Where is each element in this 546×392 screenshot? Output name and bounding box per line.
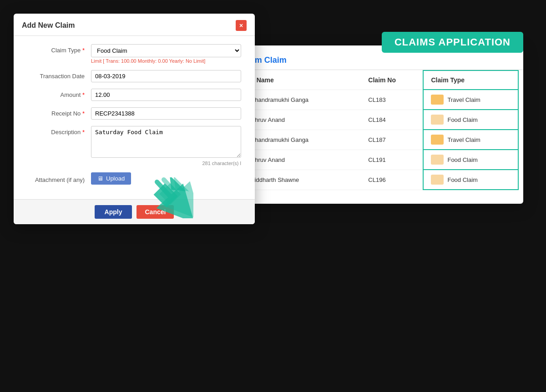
claim-type-label: Food Claim — [447, 116, 477, 123]
char-count: 281 character(s) l — [91, 161, 241, 166]
apply-button[interactable]: Apply — [95, 205, 132, 219]
claim-type-label: Travel Claim — [447, 136, 480, 143]
table-row: [Sample] Siddharth ShawneCL196Food Claim — [218, 170, 518, 190]
description-row: Description * Saturday Food Claim 281 ch… — [27, 126, 241, 166]
claim-type-cell: Food Claim — [423, 150, 518, 170]
attachment-label: Attachment (if any) — [27, 174, 91, 183]
amount-input[interactable] — [91, 89, 241, 101]
claim-number: CL183 — [361, 90, 423, 110]
add-new-claim-modal: Add New Claim × Claim Type * Food Claim … — [14, 14, 255, 224]
table-row: [Sample] Dhruv AnandCL184Food Claim — [218, 110, 518, 130]
arrow-indicator — [152, 177, 193, 218]
claim-type-label: Food Claim — [447, 156, 477, 163]
claim-type-row: Claim Type * Food Claim Limit [ Trans: 1… — [27, 44, 241, 64]
col-header-claimno: Claim No — [361, 70, 423, 90]
table-row: [Sample] Dhruv AnandCL191Food Claim — [218, 150, 518, 170]
description-label: Description * — [27, 126, 91, 136]
claim-type-cell: Food Claim — [423, 170, 518, 190]
limit-hint: Limit [ Trans: 100.00 Monthly: 0.00 Year… — [91, 58, 241, 64]
food-badge-icon — [431, 115, 444, 125]
claims-table: Applicant Name Claim No Claim Type [Samp… — [218, 70, 519, 190]
modal-title: Add New Claim — [22, 21, 75, 30]
claim-number: CL191 — [361, 150, 423, 170]
transaction-date-row: Transaction Date — [27, 70, 241, 82]
upload-button[interactable]: 🖥 Upload — [91, 172, 131, 185]
claim-number: CL187 — [361, 130, 423, 150]
receipt-no-input[interactable] — [91, 107, 241, 120]
claims-table-wrap: Applicant Name Claim No Claim Type [Samp… — [214, 70, 523, 190]
claim-type-cell: Travel Claim — [423, 130, 518, 150]
claim-number: CL184 — [361, 110, 423, 130]
modal-body: Claim Type * Food Claim Limit [ Trans: 1… — [14, 36, 255, 199]
amount-label: Amount * — [27, 89, 91, 98]
food-badge-icon — [431, 155, 444, 165]
modal-header: Add New Claim × — [14, 14, 255, 36]
modal-close-button[interactable]: × — [236, 20, 247, 31]
travel-badge-icon — [431, 135, 444, 145]
receipt-no-label: Receipt No * — [27, 107, 91, 117]
amount-row: Amount * — [27, 89, 241, 101]
upload-icon: 🖥 — [97, 175, 103, 182]
description-textarea[interactable]: Saturday Food Claim — [91, 126, 241, 158]
transaction-date-input[interactable] — [91, 70, 241, 82]
claim-type-select[interactable]: Food Claim — [91, 44, 241, 57]
claim-type-label: Food Claim — [447, 176, 477, 183]
claim-type-label: Travel Claim — [447, 96, 480, 103]
travel-badge-icon — [431, 95, 444, 105]
table-row: [Sample] Chandramukhi GangaCL187Travel C… — [218, 130, 518, 150]
claim-type-cell: Travel Claim — [423, 90, 518, 110]
claims-application-badge: CLAIMS APPLICATION — [382, 32, 523, 53]
table-row: [Sample] Chandramukhi GangaCL183Travel C… — [218, 90, 518, 110]
claim-number: CL196 — [361, 170, 423, 190]
claim-type-label: Claim Type * — [27, 44, 91, 54]
col-header-claimtype: Claim Type — [423, 70, 518, 90]
transaction-date-label: Transaction Date — [27, 70, 91, 80]
modal-footer: Apply Cancel — [14, 199, 255, 224]
receipt-no-row: Receipt No * — [27, 107, 241, 120]
claims-application-panel: CLAIMS APPLICATION My Team Claim Applica… — [214, 45, 523, 204]
claim-type-cell: Food Claim — [423, 110, 518, 130]
attachment-row: Attachment (if any) 🖥 Upload — [27, 172, 241, 185]
food-badge-icon — [431, 175, 444, 185]
